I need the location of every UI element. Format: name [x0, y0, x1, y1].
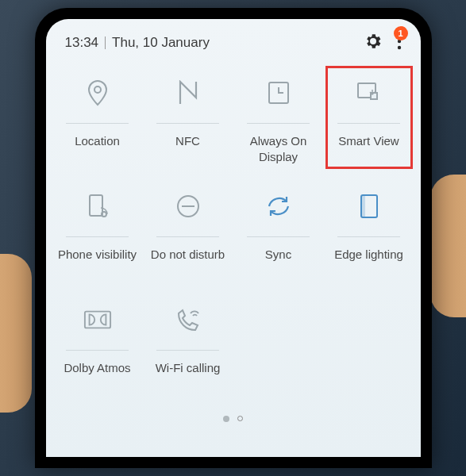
divider	[156, 350, 220, 351]
tile-label: Phone visibility	[58, 247, 137, 278]
divider	[337, 236, 401, 237]
tile-location[interactable]: Location	[52, 67, 143, 181]
hand-left	[0, 254, 32, 413]
page-dot-active	[223, 416, 229, 422]
tile-wifi-calling[interactable]: Wi-Fi calling	[143, 294, 233, 408]
edge-lighting-icon	[355, 192, 383, 221]
tile-edge-lighting[interactable]: Edge lighting	[324, 181, 414, 294]
status-right: 1	[364, 32, 402, 53]
svg-point-7	[102, 212, 106, 217]
page-indicator	[46, 408, 421, 430]
phone-frame: 13:34 Thu, 10 January 1	[35, 8, 432, 468]
divider	[156, 123, 220, 124]
page-dot	[237, 416, 243, 421]
tile-label: NFC	[175, 133, 200, 165]
phone-screen: 13:34 Thu, 10 January 1	[46, 19, 421, 457]
tile-dolby-atmos[interactable]: Dolby Atmos	[52, 294, 143, 408]
notification-badge: 1	[394, 26, 408, 40]
nfc-icon	[174, 79, 202, 107]
tile-always-on-display[interactable]: Always On Display	[233, 67, 324, 181]
status-date: Thu, 10 January	[112, 35, 210, 51]
tile-sync[interactable]: Sync	[233, 181, 324, 294]
clock-display-icon	[264, 79, 293, 107]
divider	[66, 350, 129, 351]
smart-view-icon	[355, 79, 383, 107]
divider	[105, 36, 106, 49]
status-bar: 13:34 Thu, 10 January 1	[46, 19, 421, 61]
divider	[247, 236, 310, 237]
sync-icon	[264, 192, 293, 221]
tile-smart-view[interactable]: Smart View	[324, 67, 414, 181]
menu-button[interactable]: 1	[397, 33, 402, 52]
quick-settings-grid: Location NFC Alwa	[46, 61, 421, 408]
divider	[156, 236, 220, 237]
tile-label: Wi-Fi calling	[156, 360, 221, 392]
tile-nfc[interactable]: NFC	[143, 67, 233, 181]
phone-visibility-icon	[83, 192, 112, 221]
dolby-icon	[83, 305, 112, 334]
divider	[247, 123, 310, 124]
divider	[337, 123, 401, 124]
status-left: 13:34 Thu, 10 January	[65, 35, 210, 51]
hand-right	[430, 175, 466, 317]
tile-label: Dolby Atmos	[64, 360, 130, 392]
do-not-disturb-icon	[174, 192, 202, 221]
divider	[66, 123, 129, 124]
tile-label: Always On Display	[237, 133, 321, 165]
wifi-calling-icon	[174, 305, 202, 334]
tile-label: Sync	[265, 247, 291, 278]
svg-rect-6	[90, 195, 102, 216]
divider	[66, 236, 129, 237]
tile-label: Location	[75, 133, 120, 165]
clock-time: 13:34	[65, 35, 99, 51]
tile-label: Smart View	[338, 133, 399, 165]
tile-do-not-disturb[interactable]: Do not disturb	[143, 181, 233, 294]
svg-point-2	[397, 46, 400, 49]
location-icon	[83, 79, 112, 107]
settings-button[interactable]	[364, 32, 383, 53]
tile-label: Edge lighting	[334, 247, 403, 278]
gear-icon	[364, 32, 383, 51]
svg-point-3	[94, 86, 101, 93]
tile-label: Do not disturb	[151, 247, 225, 278]
svg-rect-11	[361, 195, 365, 217]
tile-phone-visibility[interactable]: Phone visibility	[52, 181, 143, 294]
